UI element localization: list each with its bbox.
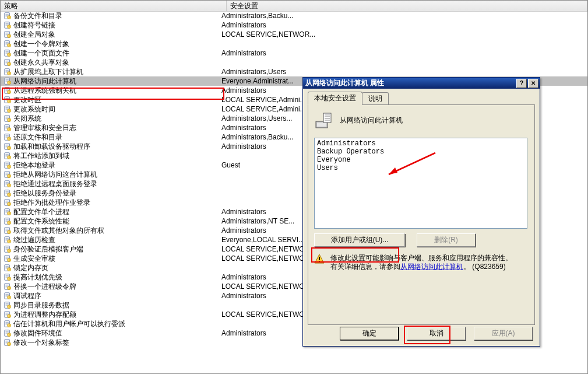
dialog-titlebar[interactable]: 从网络访问此计算机 属性 ? ✕ (303, 78, 540, 89)
policy-name: 生成安全审核 (13, 254, 55, 263)
svg-rect-74 (9, 240, 9, 242)
policy-cell: 拒绝通过远程桌面服务登录 (3, 179, 221, 188)
policy-item-icon (3, 338, 12, 347)
security-cell: Administrators,Backu... (221, 11, 587, 20)
policy-row[interactable]: 创建永久共享对象 (1, 58, 587, 67)
add-user-group-button[interactable]: 添加用户或组(U)... (314, 233, 405, 247)
security-cell: Administrators (221, 20, 587, 30)
members-listbox[interactable]: AdministratorsBackup OperatorsEveryoneUs… (314, 138, 527, 229)
apply-button[interactable]: 应用(A) (474, 327, 533, 340)
close-button[interactable]: ✕ (528, 79, 538, 88)
security-cell: Administrators (221, 48, 587, 58)
policy-cell: 身份验证后模拟客户端 (3, 244, 221, 254)
svg-rect-2 (9, 16, 9, 18)
policy-item-icon (3, 254, 12, 263)
svg-rect-14 (9, 54, 9, 55)
svg-rect-83 (9, 268, 9, 270)
svg-rect-95 (9, 306, 9, 307)
svg-rect-44 (9, 147, 9, 149)
policy-item-icon (3, 39, 12, 48)
policy-name: 从网络访问此计算机 (13, 76, 76, 86)
svg-rect-92 (9, 296, 9, 298)
policy-cell: 更改系统时间 (3, 104, 221, 114)
policy-name: 取得文件或其他对象的所有权 (13, 226, 104, 235)
policy-name: 绕过遍历检查 (13, 235, 55, 244)
policy-cell: 信任计算机和用户帐户可以执行委派 (3, 319, 221, 328)
remove-button[interactable]: 删除(R) (417, 233, 476, 247)
svg-rect-50 (9, 166, 9, 167)
svg-rect-23 (9, 82, 9, 83)
policy-name: 关闭系统 (13, 114, 41, 123)
policy-item-icon (3, 30, 12, 39)
policy-cell: 配置文件单个进程 (3, 207, 221, 216)
policy-cell: 拒绝以服务身份登录 (3, 188, 221, 198)
svg-rect-116 (319, 257, 320, 260)
policy-name: 修改一个对象标签 (13, 338, 69, 347)
policy-item-icon (3, 11, 12, 20)
member-item[interactable]: Administrators (317, 139, 524, 148)
policy-item-icon (3, 263, 12, 272)
policy-item-icon (3, 58, 12, 67)
policy-row[interactable]: 创建全局对象LOCAL SERVICE,NETWOR... (1, 30, 587, 39)
policy-item-icon (3, 226, 12, 235)
svg-rect-8 (9, 35, 9, 37)
policy-item-icon (3, 282, 12, 291)
policy-item-icon (3, 235, 12, 244)
svg-rect-32 (9, 110, 9, 111)
policy-item-icon (3, 114, 12, 123)
policy-cell: 拒绝作为批处理作业登录 (3, 198, 221, 207)
svg-rect-53 (9, 175, 9, 177)
policy-name: 备份文件和目录 (13, 11, 62, 20)
policy-cell: 从远程系统强制关机 (3, 86, 221, 95)
policy-name: 身份验证后模拟客户端 (13, 244, 83, 254)
policy-row[interactable]: 创建一个页面文件Administrators (1, 48, 587, 58)
policy-row[interactable]: 创建一个令牌对象 (1, 39, 587, 48)
policy-item-icon (3, 142, 12, 151)
policy-name: 为进程调整内存配额 (13, 310, 76, 319)
policy-name: 修改固件环境值 (13, 328, 62, 338)
svg-rect-47 (9, 156, 9, 158)
member-item[interactable]: Backup Operators (317, 148, 524, 156)
warning-link[interactable]: 从网络访问此计算机 (400, 263, 463, 271)
help-button[interactable]: ? (516, 79, 527, 88)
policy-name: 还原文件和目录 (13, 132, 62, 142)
policy-row[interactable]: 备份文件和目录Administrators,Backu... (1, 11, 587, 20)
policy-cell: 创建符号链接 (3, 20, 221, 30)
policy-cell: 创建全局对象 (3, 30, 221, 39)
policy-name: 创建永久共享对象 (13, 58, 69, 67)
policy-name: 替换一个进程级令牌 (13, 282, 76, 291)
member-item[interactable]: Users (317, 164, 524, 172)
policy-item-icon (3, 272, 12, 282)
tabs: 本地安全设置 说明 (308, 92, 535, 104)
policy-row[interactable]: 创建符号链接Administrators (1, 20, 587, 30)
header-security[interactable]: 安全设置 (227, 1, 587, 11)
tab-local-security[interactable]: 本地安全设置 (308, 92, 362, 105)
policy-row[interactable]: 从扩展坞上取下计算机Administrators,Users (1, 67, 587, 76)
cancel-button[interactable]: 取消 (407, 327, 466, 340)
member-item[interactable]: Everyone (317, 156, 524, 164)
warning-text: 修改此设置可能影响与客户端、服务和应用程序的兼容性。 有关详细信息，请参阅从网络… (330, 254, 512, 271)
policy-cell: 拒绝从网络访问这台计算机 (3, 170, 221, 179)
policy-name: 同步目录服务数据 (13, 300, 69, 310)
policy-name: 配置文件单个进程 (13, 207, 69, 216)
policy-item-icon (3, 104, 12, 114)
policy-name: 从远程系统强制关机 (13, 86, 76, 95)
policy-name: 创建全局对象 (13, 30, 55, 39)
header-policy[interactable]: 策略 (1, 1, 227, 11)
ok-button[interactable]: 确定 (340, 327, 399, 340)
policy-cell: 加载和卸载设备驱动程序 (3, 142, 221, 151)
policy-item-icon (3, 188, 12, 198)
policy-cell: 从网络访问此计算机 (3, 76, 221, 86)
policy-cell: 管理审核和安全日志 (3, 123, 221, 132)
policy-name: 从扩展坞上取下计算机 (13, 67, 83, 76)
policy-item-icon (3, 151, 12, 160)
policy-cell: 取得文件或其他对象的所有权 (3, 226, 221, 235)
warning-icon (314, 254, 326, 271)
policy-name: 调试程序 (13, 291, 41, 300)
policy-cell: 备份文件和目录 (3, 11, 221, 20)
dialog-button-row: 确定 取消 应用(A) (340, 327, 533, 340)
policy-item-icon (3, 95, 12, 104)
svg-rect-104 (9, 334, 9, 335)
tab-explain[interactable]: 说明 (362, 92, 389, 105)
svg-rect-62 (9, 203, 9, 205)
